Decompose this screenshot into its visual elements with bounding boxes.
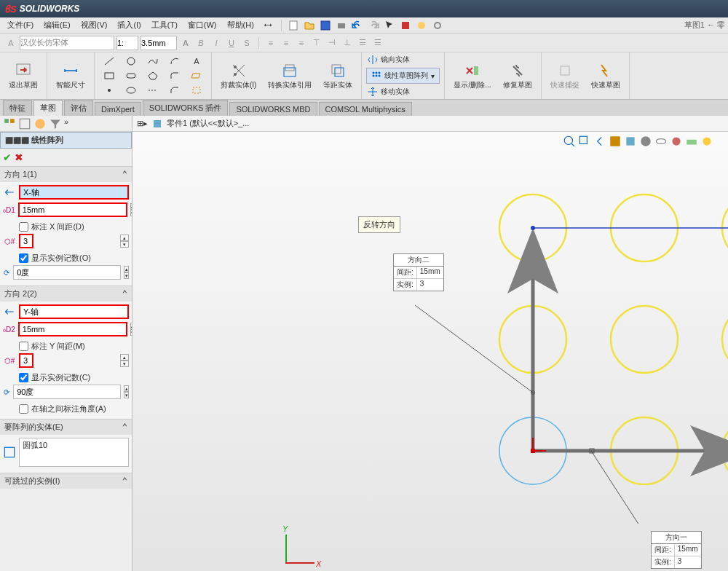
- tab-evaluate[interactable]: 评估: [64, 100, 93, 116]
- mirror-item[interactable]: 镜向实体: [366, 53, 440, 66]
- trim-button[interactable]: 剪裁实体(I): [216, 60, 261, 91]
- slot-icon[interactable]: [121, 69, 141, 82]
- tab-features[interactable]: 特征: [3, 100, 32, 116]
- dir1-count-spinner[interactable]: ▴▾: [120, 235, 129, 248]
- dir2-showcount-checkbox[interactable]: [19, 373, 28, 382]
- tab-dimxpert[interactable]: DimXpert: [95, 102, 141, 116]
- menu-file[interactable]: 文件(F): [3, 18, 38, 32]
- canvas-area[interactable]: ⊞▸ 零件1 (默认<<默认>_... 反转方向: [132, 116, 728, 571]
- dir1-showcount-checkbox[interactable]: [19, 253, 28, 263]
- direction1-callout[interactable]: 方向一 间距:15mm 实例:3: [651, 531, 702, 569]
- ellipse-icon[interactable]: [121, 84, 141, 97]
- align-right-icon[interactable]: ≡: [295, 36, 308, 50]
- reverse-dir1-icon[interactable]: [3, 186, 16, 199]
- text-color-icon[interactable]: A: [4, 36, 17, 50]
- plane-icon[interactable]: [186, 69, 207, 82]
- dir1-count-input[interactable]: [19, 234, 33, 248]
- render-icon[interactable]: [700, 135, 713, 148]
- filter-icon[interactable]: [49, 117, 62, 130]
- open-icon[interactable]: [304, 20, 315, 31]
- options-icon[interactable]: [416, 20, 427, 31]
- ok-button[interactable]: ✔: [3, 151, 12, 163]
- tree-expand-icon[interactable]: ⊞▸: [137, 119, 148, 128]
- settings-icon[interactable]: [432, 20, 443, 31]
- entities-header[interactable]: 要阵列的实体(E) ⌃: [0, 420, 132, 435]
- direction2-header[interactable]: 方向 2(2) ⌃: [0, 286, 132, 302]
- dir1-spacing-input[interactable]: [18, 202, 127, 217]
- dir2-axisangle-checkbox[interactable]: [19, 404, 28, 414]
- arc-icon[interactable]: [165, 55, 185, 68]
- skip-header[interactable]: 可跳过的实例(I) ⌃: [0, 473, 132, 489]
- list-icon[interactable]: ☰: [356, 36, 369, 50]
- appearance-icon[interactable]: [670, 135, 683, 148]
- tab-comsol[interactable]: COMSOL Multiphysics: [319, 102, 412, 116]
- select-icon[interactable]: [384, 20, 395, 31]
- valign-bot-icon[interactable]: ⊥: [341, 36, 354, 50]
- exit-sketch-button[interactable]: 退出草图: [4, 60, 42, 91]
- config-icon[interactable]: [18, 117, 31, 130]
- menu-edit[interactable]: 编辑(E): [39, 18, 75, 32]
- valign-mid-icon[interactable]: ⊣: [325, 36, 339, 50]
- menu-window[interactable]: 窗口(W): [183, 18, 221, 32]
- menu-help[interactable]: 帮助(H): [223, 18, 258, 32]
- redo-icon[interactable]: [368, 20, 379, 31]
- dir2-angle-spinner[interactable]: ▴▾: [124, 385, 129, 398]
- direction1-header[interactable]: 方向 1(1) ⌃: [0, 167, 132, 182]
- circle-icon[interactable]: [121, 55, 141, 68]
- dir2-dim-checkbox[interactable]: [19, 342, 28, 351]
- font-scale[interactable]: [116, 36, 138, 50]
- sketch-viewport[interactable]: [358, 160, 728, 524]
- flyout-icon[interactable]: »: [64, 117, 77, 130]
- tab-addins[interactable]: SOLIDWORKS 插件: [143, 100, 229, 116]
- move-item[interactable]: 移动实体: [366, 85, 440, 98]
- valign-top-icon[interactable]: ⊤: [310, 36, 323, 50]
- chamfer-icon[interactable]: [165, 84, 185, 97]
- align-center-icon[interactable]: ≡: [280, 36, 293, 50]
- font-size[interactable]: [141, 36, 177, 50]
- dir2-angle-input[interactable]: [13, 385, 121, 399]
- display-delete-button[interactable]: 显示/删除...: [449, 60, 495, 91]
- italic2-icon[interactable]: I: [210, 36, 223, 50]
- point-icon[interactable]: [99, 84, 119, 97]
- dir2-count-spinner[interactable]: ▴▾: [120, 354, 129, 367]
- dir1-axis-input[interactable]: [19, 185, 129, 200]
- tab-sketch[interactable]: 草图: [33, 100, 63, 116]
- font-name-select[interactable]: [20, 36, 114, 50]
- print-icon[interactable]: [336, 20, 347, 31]
- direction2-callout[interactable]: 方向二 间距:15mm 实例:3: [393, 253, 444, 291]
- menu-expand-icon[interactable]: ⭤: [260, 20, 277, 31]
- rect-icon[interactable]: [99, 69, 119, 82]
- underline-icon[interactable]: U: [225, 36, 238, 50]
- hide-show-icon[interactable]: [654, 135, 668, 148]
- line-icon[interactable]: [99, 55, 119, 68]
- zoom-fit-icon[interactable]: [563, 135, 576, 148]
- linear-pattern-item[interactable]: 线性草图阵列 ▾: [366, 68, 440, 84]
- construction-icon[interactable]: [186, 84, 207, 97]
- strike-icon[interactable]: S: [240, 36, 253, 50]
- cancel-button[interactable]: ✖: [15, 151, 23, 163]
- dir2-axis-input[interactable]: [19, 304, 129, 319]
- dir1-dim-checkbox[interactable]: [19, 222, 28, 232]
- feature-tree-icon[interactable]: [3, 117, 16, 130]
- reverse-dir2-icon[interactable]: [3, 305, 16, 318]
- snap-button[interactable]: 快速捕捉: [546, 60, 584, 91]
- property-icon[interactable]: [33, 117, 47, 130]
- menu-tools[interactable]: 工具(T): [147, 18, 182, 32]
- zoom-area-icon[interactable]: [578, 135, 591, 148]
- scene-icon[interactable]: [685, 135, 698, 148]
- view-orient-icon[interactable]: [624, 135, 637, 148]
- offset-button[interactable]: 等距实体: [319, 60, 357, 91]
- italic-icon[interactable]: B: [194, 36, 207, 50]
- part-tree-name[interactable]: 零件1 (默认<<默认>_...: [167, 118, 249, 129]
- dir1-angle-spinner[interactable]: ▴▾: [124, 266, 129, 279]
- fillet-icon[interactable]: [165, 69, 185, 82]
- centerline-icon[interactable]: [143, 84, 163, 97]
- text-icon[interactable]: A: [186, 55, 207, 68]
- menu-view[interactable]: 视图(V): [76, 18, 112, 32]
- dir1-angle-input[interactable]: [13, 265, 121, 280]
- smart-dimension-button[interactable]: 智能尺寸: [52, 60, 90, 91]
- display-style-icon[interactable]: [639, 135, 652, 148]
- spline-icon[interactable]: [143, 55, 163, 68]
- tab-mbd[interactable]: SOLIDWORKS MBD: [229, 102, 317, 116]
- rapid-button[interactable]: 快速草图: [587, 60, 625, 91]
